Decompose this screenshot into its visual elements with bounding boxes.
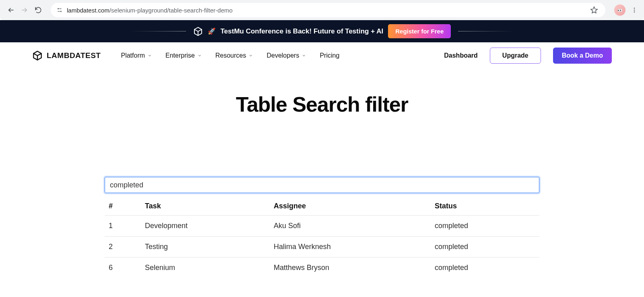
reload-button[interactable] bbox=[31, 3, 45, 17]
svg-point-4 bbox=[60, 11, 61, 12]
banner-text: TestMu Conference is Back! Future of Tes… bbox=[221, 27, 383, 35]
cell-assignee: Aku Sofi bbox=[270, 216, 431, 237]
chevron-down-icon bbox=[148, 54, 152, 58]
nav-link-label: Developers bbox=[266, 52, 299, 59]
dashboard-link[interactable]: Dashboard bbox=[444, 52, 478, 59]
book-demo-button[interactable]: Book a Demo bbox=[553, 48, 612, 64]
register-button[interactable]: Register for Free bbox=[388, 24, 451, 38]
svg-point-7 bbox=[634, 8, 635, 9]
page-title: Table Search filter bbox=[0, 92, 644, 116]
upgrade-button[interactable]: Upgrade bbox=[490, 48, 541, 64]
cell-status: completed bbox=[431, 258, 539, 278]
nav-link-label: Resources bbox=[215, 52, 246, 59]
back-button[interactable] bbox=[4, 3, 18, 17]
column-header: # bbox=[105, 195, 141, 216]
divider bbox=[130, 31, 186, 31]
main-nav: LAMBDATEST PlatformEnterpriseResourcesDe… bbox=[0, 42, 644, 69]
nav-link-platform[interactable]: Platform bbox=[121, 52, 152, 59]
table-row: 2TestingHalima Werkneshcompleted bbox=[105, 237, 539, 258]
search-input[interactable] bbox=[105, 177, 539, 193]
forward-button[interactable] bbox=[18, 3, 31, 17]
nav-link-label: Platform bbox=[121, 52, 145, 59]
lambdatest-logo-icon bbox=[193, 27, 203, 36]
divider bbox=[458, 31, 514, 31]
announcement-banner: 🚀 TestMu Conference is Back! Future of T… bbox=[0, 20, 644, 42]
chevron-down-icon bbox=[249, 54, 253, 58]
lambdatest-logo-icon bbox=[32, 50, 43, 61]
address-bar[interactable]: lambdatest.com/selenium-playground/table… bbox=[51, 3, 605, 17]
table-row: 1DevelopmentAku Soficompleted bbox=[105, 216, 539, 237]
nav-link-pricing[interactable]: Pricing bbox=[320, 52, 339, 59]
nav-link-resources[interactable]: Resources bbox=[215, 52, 253, 59]
cell-id: 2 bbox=[105, 237, 141, 258]
column-header: Assignee bbox=[270, 195, 431, 216]
brand-text: LAMBDATEST bbox=[47, 51, 101, 60]
column-header: Status bbox=[431, 195, 539, 216]
cell-assignee: Matthews Bryson bbox=[270, 258, 431, 278]
chevron-down-icon bbox=[302, 54, 306, 58]
cell-id: 6 bbox=[105, 258, 141, 278]
nav-link-developers[interactable]: Developers bbox=[266, 52, 306, 59]
nav-link-label: Pricing bbox=[320, 52, 339, 59]
nav-link-label: Enterprise bbox=[165, 52, 195, 59]
table-row: 6SeleniumMatthews Brysoncompleted bbox=[105, 258, 539, 278]
svg-point-8 bbox=[634, 10, 635, 11]
svg-marker-6 bbox=[591, 7, 598, 13]
cell-task: Selenium bbox=[141, 258, 270, 278]
nav-link-enterprise[interactable]: Enterprise bbox=[165, 52, 202, 59]
chevron-down-icon bbox=[198, 54, 202, 58]
results-table: #TaskAssigneeStatus 1DevelopmentAku Sofi… bbox=[105, 195, 539, 278]
browser-menu-icon[interactable] bbox=[629, 4, 640, 16]
svg-point-9 bbox=[634, 11, 635, 12]
cell-assignee: Halima Werknesh bbox=[270, 237, 431, 258]
browser-chrome: lambdatest.com/selenium-playground/table… bbox=[0, 0, 644, 20]
url-text: lambdatest.com/selenium-playground/table… bbox=[67, 7, 233, 14]
bookmark-star-icon[interactable] bbox=[588, 4, 600, 16]
cell-status: completed bbox=[431, 216, 539, 237]
svg-point-2 bbox=[58, 8, 59, 9]
cell-task: Testing bbox=[141, 237, 270, 258]
brand-logo[interactable]: LAMBDATEST bbox=[32, 50, 101, 61]
column-header: Task bbox=[141, 195, 270, 216]
cell-status: completed bbox=[431, 237, 539, 258]
rocket-icon: 🚀 bbox=[208, 27, 216, 35]
cell-id: 1 bbox=[105, 216, 141, 237]
cell-task: Development bbox=[141, 216, 270, 237]
site-settings-icon[interactable] bbox=[56, 7, 63, 13]
profile-avatar[interactable]: 👀 bbox=[614, 4, 625, 16]
